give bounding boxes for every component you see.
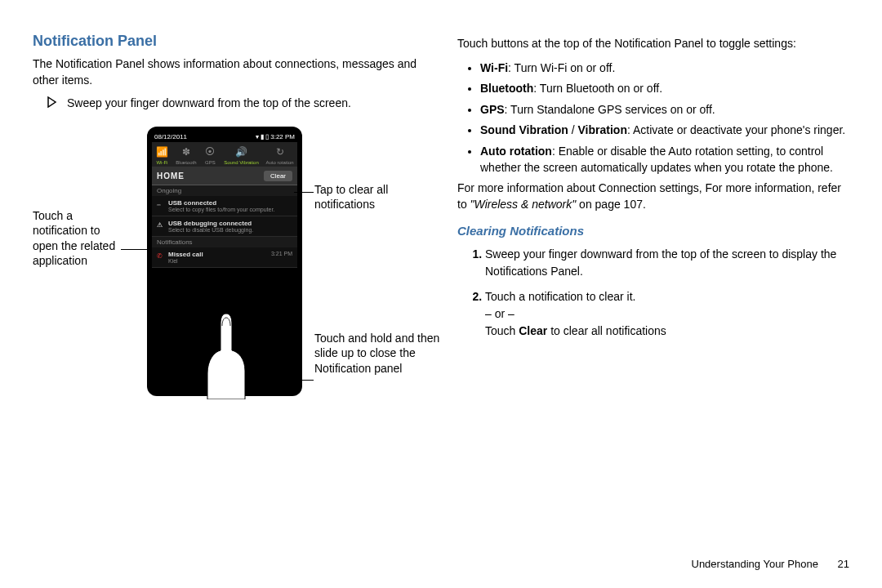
page-footer: Understanding Your Phone 21 (692, 558, 850, 570)
notification-usb-debugging[interactable]: ⚠ USB debugging connected Select to disa… (152, 216, 297, 237)
section-heading: Notification Panel (33, 33, 425, 50)
home-label: HOME (157, 172, 185, 180)
settings-list: Wi-Fi: Turn Wi-Fi on or off. Bluetooth: … (457, 60, 849, 176)
clearing-steps: Sweep your finger downward from the top … (457, 246, 849, 340)
rotate-icon: ↻ (274, 145, 287, 158)
gps-icon: ⦿ (203, 145, 216, 158)
intro-text: The Notification Panel shows information… (33, 56, 425, 88)
callout-open-notification: Touch a notification to open the related… (33, 208, 122, 268)
section-notifications-label: Notifications (152, 237, 297, 247)
setting-bluetooth: Bluetooth: Turn Bluetooth on or off. (480, 81, 849, 97)
status-right: ▾ ▮ ▯ 3:22 PM (256, 133, 296, 140)
step-sweep-text: Sweep your finger downward from the top … (67, 96, 351, 109)
status-date: 08/12/2011 (154, 133, 187, 140)
battery-icon: ▯ (265, 133, 269, 140)
bluetooth-icon: ✽ (180, 145, 193, 158)
toggle-gps[interactable]: ⦿ GPS (203, 145, 216, 165)
sound-icon: 🔊 (234, 145, 247, 158)
hand-thumb-icon (198, 310, 255, 399)
quick-toggle-row: 📶 Wi-Fi ✽ Bluetooth ⦿ GPS 🔊 Sound Vibrat… (152, 142, 297, 167)
callout-line (253, 380, 314, 381)
clearing-step-1: Sweep your finger downward from the top … (485, 246, 849, 280)
clearing-heading: Clearing Notifications (457, 224, 849, 238)
status-time: 3:22 PM (270, 133, 295, 140)
right-column: Touch buttons at the top of the Notifica… (457, 33, 849, 437)
clear-button[interactable]: Clear (264, 171, 292, 181)
more-info-text: For more information about Connection se… (457, 180, 849, 212)
step-sweep: Sweep your finger downward from the top … (47, 96, 425, 110)
toggle-intro: Touch buttons at the top of the Notifica… (457, 36, 849, 52)
setting-gps: GPS: Turn Standalone GPS services on or … (480, 102, 849, 118)
toggle-sound[interactable]: 🔊 Sound Vibration (224, 145, 259, 165)
toggle-auto-rotation[interactable]: ↻ Auto rotation (266, 145, 294, 165)
footer-title: Understanding Your Phone (692, 558, 818, 570)
notification-time: 3:21 PM (271, 251, 292, 256)
wifi-icon: 📶 (155, 145, 168, 158)
section-ongoing-label: Ongoing (152, 185, 297, 196)
signal-icon: ▮ (261, 133, 264, 140)
debug-icon: ⚠ (157, 221, 163, 228)
toggle-wifi[interactable]: 📶 Wi-Fi (155, 145, 168, 165)
callout-close-panel: Touch and hold and then slide up to clos… (314, 331, 445, 376)
callout-line (294, 192, 314, 193)
setting-sound-vibration: Sound Vibration / Vibration: Activate or… (480, 122, 849, 139)
notification-missed-call[interactable]: ✆ Missed call Kiel 3:21 PM (152, 247, 297, 268)
notification-usb-connected[interactable]: ⎓ USB connected Select to copy files to/… (152, 196, 297, 216)
panel-header-row: HOME Clear (152, 167, 297, 185)
setting-wifi: Wi-Fi: Turn Wi-Fi on or off. (480, 60, 849, 77)
callout-clear-all: Tap to clear all notifications (314, 182, 429, 212)
left-column: Notification Panel The Notification Pane… (33, 33, 425, 437)
page-number: 21 (838, 558, 849, 570)
usb-icon: ⎓ (157, 201, 163, 207)
triangle-arrow-icon (47, 96, 60, 110)
missed-call-icon: ✆ (157, 252, 163, 259)
phone-screenshot: 08/12/2011 ▾ ▮ ▯ 3:22 PM 📶 Wi-Fi ✽ (147, 127, 302, 396)
clearing-step-2: Touch a notification to clear it. – or –… (485, 288, 849, 340)
callout-line (121, 249, 149, 250)
setting-auto-rotation: Auto rotation: Enable or disable the Aut… (480, 144, 849, 176)
phone-figure: 08/12/2011 ▾ ▮ ▯ 3:22 PM 📶 Wi-Fi ✽ (33, 127, 425, 437)
toggle-bluetooth[interactable]: ✽ Bluetooth (176, 145, 196, 165)
wifi-icon: ▾ (256, 133, 259, 140)
status-bar: 08/12/2011 ▾ ▮ ▯ 3:22 PM (152, 131, 297, 142)
